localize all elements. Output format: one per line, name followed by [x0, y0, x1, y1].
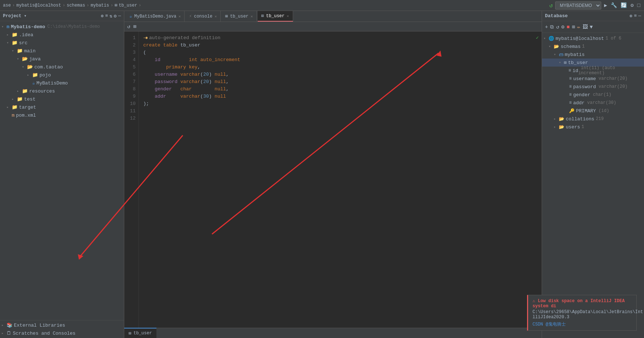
tree-item-java[interactable]: ▾ 📂 java	[0, 55, 124, 63]
db-item-host[interactable]: ▾ 🌐 mybatis@localhost 1 of 6	[542, 34, 644, 42]
expand-arrow[interactable]: ▸	[1, 331, 7, 335]
expand-arrow[interactable]: ▾	[1, 25, 7, 29]
settings-icon[interactable]: ⚙	[630, 2, 634, 8]
build-icon[interactable]: 🔧	[610, 2, 618, 8]
db-filter-icon[interactable]: ▼	[590, 24, 593, 30]
tree-item-scratches[interactable]: ▸ 🗒 Scratches and Consoles	[0, 329, 124, 337]
expand-arrow[interactable]: ▾	[17, 57, 22, 61]
folder-icon: 📁	[17, 48, 23, 54]
db-label: mybatis@localhost	[556, 36, 604, 41]
collapse-icon[interactable]: ≡	[105, 13, 108, 19]
line-numbers: 1 2 3 4 5 6 7 8 9 10 11 12	[124, 31, 139, 328]
expand-arrow[interactable]: ▾	[543, 36, 549, 41]
tree-item-pom[interactable]: m pom.xml	[0, 111, 124, 119]
refresh-icon[interactable]: ↺	[127, 23, 130, 30]
tree-item-com-taotao[interactable]: ▾ 📂 com.taotao	[0, 63, 124, 71]
tab-mybatisdemo[interactable]: ☕ MyBatisDemo.java ✕	[126, 11, 185, 22]
db-item-primary-key[interactable]: 🔑 PRIMARY (id)	[542, 107, 644, 115]
table-view-icon[interactable]: ⊞	[133, 23, 136, 30]
expand-arrow[interactable]: ▾	[554, 52, 559, 57]
tab-tbuser-1[interactable]: ⊞ tb_user ✕	[221, 11, 257, 22]
db-refresh-icon[interactable]: ↺	[556, 24, 559, 30]
bottom-tab-tbuser[interactable]: ⊞ tb_user	[124, 328, 156, 338]
db-close-icon[interactable]: —	[638, 13, 641, 19]
scope-icon[interactable]: ⊕	[101, 13, 104, 19]
db-stop-icon[interactable]: ■	[567, 24, 569, 30]
tree-path: C:\idea\Mybatis-demo	[47, 24, 100, 29]
db-toolbar: + ⧉ ↺ ⚙ ■ ⊞ ✏ 🖼 ▼	[542, 21, 644, 33]
db-copy-icon[interactable]: ⧉	[550, 24, 554, 30]
db-item-username-col[interactable]: ≡ username varchar(20)	[542, 75, 644, 83]
db-item-mybatis-schema[interactable]: ▾ 🗃 mybatis	[542, 50, 644, 59]
db-item-collations[interactable]: ▸ 📂 collations 219	[542, 115, 644, 123]
maximize-icon[interactable]: □	[637, 3, 641, 8]
expand-arrow[interactable]: ▾	[559, 60, 564, 65]
column-icon: ≡	[569, 76, 572, 81]
expand-arrow[interactable]: ▸	[27, 73, 32, 77]
tab-close-icon[interactable]: ✕	[215, 14, 217, 19]
db-item-users[interactable]: ▸ 📂 users 1	[542, 123, 644, 131]
tab-console[interactable]: ⚡ console ✕	[185, 11, 221, 22]
tree-item-pojo[interactable]: ▸ 📁 pojo	[0, 71, 124, 79]
tree-item-idea[interactable]: ▸ 📁 .idea	[0, 31, 124, 39]
code-line-10: );	[143, 100, 537, 108]
db-settings-icon[interactable]: ⚙	[561, 24, 564, 30]
expand-arrow[interactable]: ▾	[7, 41, 12, 45]
db-host-icon: 🌐	[549, 36, 554, 41]
breadcrumb-item[interactable]: ase	[3, 3, 11, 8]
db-item-addr-col[interactable]: ≡ addr varchar(30)	[542, 99, 644, 107]
tree-item-target[interactable]: ▸ 📁 target	[0, 103, 124, 111]
expand-arrow[interactable]: ▸	[17, 89, 22, 93]
db-image-icon[interactable]: 🖼	[583, 24, 588, 30]
db-item-gender-col[interactable]: ≡ gender char(1)	[542, 91, 644, 99]
gear-icon[interactable]: ⚙	[114, 13, 117, 19]
expand-arrow[interactable]: ▸	[1, 323, 7, 327]
project-selector[interactable]: MYBATISDEMO	[555, 1, 601, 10]
expand-arrow[interactable]: ▾	[12, 49, 17, 53]
db-expand-icon[interactable]: ⊕	[630, 13, 633, 19]
expand-arrow[interactable]: ▾	[549, 44, 554, 49]
tree-item-test[interactable]: ▸ 📁 test	[0, 95, 124, 103]
breadcrumb-item[interactable]: schemas	[67, 3, 85, 8]
db-item-password-col[interactable]: ≡ password varchar(20)	[542, 83, 644, 91]
folder-icon: 📁	[17, 96, 23, 102]
db-type: int(11) (auto increment)	[578, 65, 643, 76]
column-icon: ≡	[569, 84, 572, 89]
tab-close-icon[interactable]: ✕	[178, 14, 181, 19]
update-icon[interactable]: 🔄	[620, 2, 628, 8]
tree-item-main[interactable]: ▾ 📁 main	[0, 47, 124, 55]
sort-icon[interactable]: ⇅	[110, 13, 113, 19]
db-collapse-icon[interactable]: ≡	[634, 13, 637, 19]
run-button[interactable]: ▶	[603, 2, 608, 8]
expand-arrow[interactable]: ▸	[12, 97, 17, 101]
expand-arrow[interactable]: ▸	[7, 33, 12, 37]
tree-item-mybatisdemo-class[interactable]: ☕ MyBatisDemo	[0, 79, 124, 87]
bottom-tab-label: tb_user	[133, 331, 152, 336]
tree-item-mybatis-demo[interactable]: ▾ m Mybatis-demo C:\idea\Mybatis-demo	[0, 23, 124, 31]
code-content[interactable]: ✓ –◉ auto-generated definition create ta…	[139, 31, 542, 328]
tree-item-resources[interactable]: ▸ 📁 resources	[0, 87, 124, 95]
tree-item-src[interactable]: ▾ 📁 src	[0, 39, 124, 47]
db-table-icon[interactable]: ⊞	[572, 24, 575, 30]
breadcrumb-item[interactable]: tb_user	[119, 3, 137, 8]
tree-item-external-libs[interactable]: ▸ 📚 External Libraries	[0, 321, 124, 329]
tab-tbuser-2[interactable]: ⊞ tb_user ✕	[258, 11, 293, 22]
expand-arrow[interactable]: ▸	[554, 125, 559, 129]
expand-arrow[interactable]: ▾	[22, 65, 27, 69]
db-item-id-col[interactable]: ≡ id int(11) (auto increment)	[542, 67, 644, 75]
db-item-schemas[interactable]: ▾ 📂 schemas 1	[542, 42, 644, 50]
close-icon[interactable]: —	[118, 13, 121, 19]
tab-close-icon[interactable]: ✕	[287, 14, 289, 18]
breadcrumb-item[interactable]: mybatis	[91, 3, 109, 8]
notif-title: ⚠ Low disk space on a IntelliJ IDEA syst…	[533, 298, 632, 309]
expand-arrow[interactable]: ▸	[554, 117, 559, 121]
tab-close-icon[interactable]: ✕	[251, 14, 253, 19]
db-add-icon[interactable]: +	[545, 24, 548, 30]
breadcrumb-item[interactable]: mybatis@localhost	[16, 3, 61, 8]
back-icon[interactable]: ↺	[549, 2, 553, 9]
db-edit-icon[interactable]: ✏	[577, 24, 580, 30]
expand-arrow[interactable]: ▸	[7, 105, 12, 109]
db-type: varchar(20)	[596, 84, 628, 89]
breadcrumb-item[interactable]: ⊞	[115, 3, 117, 8]
expand-arrow	[564, 93, 569, 97]
